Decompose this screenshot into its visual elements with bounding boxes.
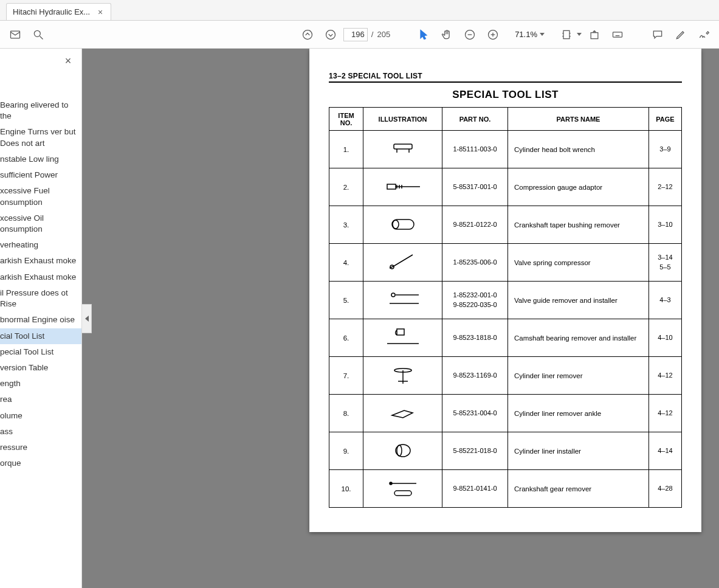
- th-page: PAGE: [649, 108, 682, 131]
- page-down-icon[interactable]: [320, 24, 341, 45]
- select-tool-icon[interactable]: [413, 24, 434, 45]
- search-icon[interactable]: [28, 24, 49, 45]
- cell-page: 3–145–5: [649, 244, 682, 282]
- table-row: 8.5-85231-004-0Cylinder liner remover an…: [329, 395, 682, 432]
- cell-part: 9-8521-0141-0: [442, 470, 508, 508]
- close-icon[interactable]: ×: [61, 54, 75, 68]
- svg-rect-11: [591, 32, 598, 38]
- hand-tool-icon[interactable]: [436, 24, 457, 45]
- svg-point-4: [326, 30, 335, 39]
- cell-name: Valve guide remover and installer: [508, 282, 649, 319]
- tab-title: Hitachi Hydraulic Ex...: [13, 7, 90, 16]
- bookmark-item[interactable]: pecial Tool List: [0, 344, 81, 360]
- svg-point-25: [391, 293, 395, 297]
- bookmark-item[interactable]: sufficient Power: [0, 167, 81, 183]
- main-area: × Bearing elivered to the Engine Turns v…: [0, 49, 719, 588]
- cell-page: 4–10: [649, 319, 682, 357]
- close-icon[interactable]: ×: [96, 8, 105, 16]
- document-tab[interactable]: Hitachi Hydraulic Ex... ×: [6, 3, 111, 20]
- cell-illustration: [363, 319, 442, 357]
- svg-rect-19: [394, 144, 412, 149]
- svg-rect-10: [563, 30, 569, 38]
- bookmarks-scroll[interactable]: Bearing elivered to the Engine Turns ver…: [0, 73, 81, 588]
- svg-rect-35: [394, 491, 411, 496]
- th-part: PART NO.: [442, 108, 508, 131]
- cell-illustration: [363, 432, 442, 470]
- bookmark-item[interactable]: xcessive Fuel onsumption: [0, 183, 81, 210]
- cell-illustration: [363, 206, 442, 244]
- zoom-dropdown[interactable]: 71.1%: [511, 27, 549, 43]
- cell-page: 4–12: [649, 357, 682, 395]
- page-up-icon[interactable]: [297, 24, 318, 45]
- toolbar: / 205 71.1%: [0, 21, 719, 49]
- svg-rect-22: [392, 220, 414, 229]
- section-header: 13–2 SPECIAL TOOL LIST: [329, 72, 682, 83]
- table-row: 1.1-85111-003-0Cylinder head bolt wrench…: [329, 131, 682, 168]
- bookmark-item[interactable]: Engine Turns ver but Does not art: [0, 124, 81, 151]
- bookmark-item[interactable]: olume: [0, 408, 81, 424]
- bookmark-item[interactable]: arkish Exhaust moke: [0, 253, 81, 269]
- cell-page: 4–28: [649, 470, 682, 508]
- bookmark-item[interactable]: orque: [0, 455, 81, 471]
- th-name: PARTS NAME: [508, 108, 649, 131]
- svg-point-1: [34, 30, 40, 36]
- page-number-input[interactable]: [343, 28, 368, 41]
- cell-part: 5-85231-004-0: [442, 395, 508, 432]
- sidebar-collapse-handle[interactable]: [82, 304, 92, 333]
- cell-part: 9-8523-1818-0: [442, 319, 508, 357]
- bookmark-item[interactable]: ength: [0, 376, 81, 392]
- zoom-value: 71.1%: [515, 30, 537, 39]
- fit-page-icon[interactable]: [556, 24, 577, 45]
- svg-point-23: [393, 220, 399, 229]
- bookmark-item[interactable]: il Pressure does ot Rise: [0, 285, 81, 312]
- zoom-in-icon[interactable]: [483, 24, 503, 45]
- sidebar-header: ×: [0, 49, 81, 73]
- cell-item: 2.: [329, 168, 363, 206]
- cell-part: 5-85317-001-0: [442, 168, 508, 206]
- cell-item: 8.: [329, 395, 363, 432]
- cell-part: 1-85235-006-0: [442, 244, 508, 282]
- email-icon[interactable]: [5, 24, 26, 45]
- bookmark-item[interactable]: rea: [0, 392, 81, 407]
- cell-item: 3.: [329, 206, 363, 244]
- page-title: SPECIAL TOOL LIST: [329, 89, 682, 101]
- cell-item: 6.: [329, 319, 363, 357]
- bookmark-item[interactable]: nstable Low ling: [0, 151, 81, 167]
- cell-part: 1-85111-003-0: [442, 131, 508, 168]
- rotate-icon[interactable]: [584, 24, 605, 45]
- comment-icon[interactable]: [647, 24, 668, 45]
- table-row: 3.9-8521-0122-0Crankshaft taper bushing …: [329, 206, 682, 244]
- cell-name: Crankshaft gear remover: [508, 470, 649, 508]
- pencil-icon[interactable]: [670, 24, 691, 45]
- table-row: 7.9-8523-1169-0Cylinder liner remover4–1…: [329, 357, 682, 395]
- bookmark-item[interactable]: xcessive Oil onsumption: [0, 210, 81, 237]
- bookmark-item[interactable]: bnormal Engine oise: [0, 312, 81, 328]
- zoom-out-icon[interactable]: [459, 24, 480, 45]
- bookmark-item[interactable]: ass: [0, 424, 81, 440]
- svg-rect-0: [11, 31, 20, 38]
- bookmark-item[interactable]: arkish Exhaust moke: [0, 269, 81, 285]
- bookmarks-sidebar: × Bearing elivered to the Engine Turns v…: [0, 49, 82, 588]
- cell-page: 4–12: [649, 395, 682, 432]
- cell-item: 5.: [329, 282, 363, 319]
- th-item: ITEM NO.: [329, 108, 363, 131]
- cell-item: 7.: [329, 357, 363, 395]
- bookmark-item[interactable]: verheating: [0, 237, 81, 253]
- bookmark-item[interactable]: version Table: [0, 360, 81, 376]
- table-row: 6.9-8523-1818-0Camshaft bearing remover …: [329, 319, 682, 357]
- cell-page: 4–3: [649, 282, 682, 319]
- cell-illustration: [363, 282, 442, 319]
- cell-name: Camshaft bearing remover and installer: [508, 319, 649, 357]
- document-viewer[interactable]: 13–2 SPECIAL TOOL LIST SPECIAL TOOL LIST…: [82, 49, 719, 588]
- cell-name: Cylinder liner remover ankle: [508, 395, 649, 432]
- svg-point-34: [390, 482, 392, 485]
- signature-icon[interactable]: [693, 24, 714, 45]
- bookmark-item[interactable]: Bearing elivered to the: [0, 97, 81, 124]
- bookmark-item[interactable]: ressure: [0, 440, 81, 455]
- keyboard-icon[interactable]: [607, 24, 628, 45]
- svg-rect-12: [613, 32, 622, 36]
- cell-illustration: [363, 470, 442, 508]
- cell-part: 9-8523-1169-0: [442, 357, 508, 395]
- bookmark-item[interactable]: cial Tool List: [0, 328, 81, 344]
- chevron-down-icon[interactable]: [577, 33, 582, 36]
